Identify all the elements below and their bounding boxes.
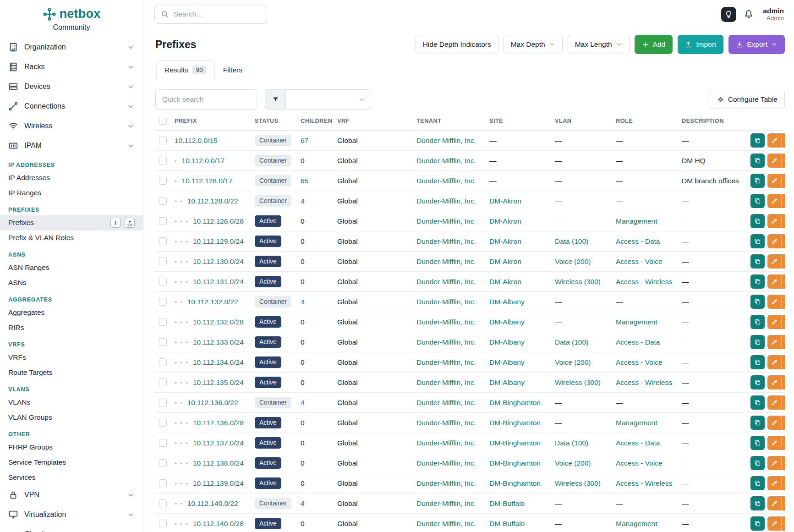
edit-dropdown-button[interactable] [782,436,785,450]
edit-button[interactable] [767,355,782,369]
sidebar-item-service-templates[interactable]: Service Templates [0,455,143,470]
tenant-link[interactable]: Dunder-Mifflin, Inc. [416,378,476,386]
row-checkbox[interactable] [159,157,167,165]
edit-button[interactable] [767,214,782,228]
site-link[interactable]: DM-Akron [489,278,521,285]
site-link[interactable]: DM-Binghamton [489,459,541,467]
tenant-link[interactable]: Dunder-Mifflin, Inc. [416,358,476,366]
prefix-link[interactable]: 10.112.134.0/24 [193,358,244,366]
clone-button[interactable] [750,496,765,510]
row-checkbox[interactable] [159,378,167,386]
edit-button[interactable] [767,154,782,168]
prefix-link[interactable]: 10.112.133.0/24 [193,338,244,346]
prefix-link[interactable]: 10.112.136.0/22 [187,399,238,406]
vlan-link[interactable]: Voice (200) [555,358,591,366]
edit-dropdown-button[interactable] [782,315,785,329]
sidebar-item-vrfs[interactable]: VRFs [0,350,143,365]
export-dropdown[interactable]: Export [728,35,785,54]
vlan-link[interactable]: Data (100) [555,338,588,346]
row-checkbox[interactable] [159,197,167,205]
select-all-checkbox[interactable] [159,117,167,125]
vlan-link[interactable]: Wireless (300) [555,278,601,285]
site-link[interactable]: DM-Albany [489,318,525,326]
tenant-link[interactable]: Dunder-Mifflin, Inc. [416,177,476,185]
vlan-link[interactable]: Data (100) [555,237,588,245]
clone-button[interactable] [750,274,765,289]
vlan-link[interactable]: Data (100) [555,439,588,447]
edit-button[interactable] [767,274,782,289]
children-link[interactable]: 65 [301,177,308,185]
edit-dropdown-button[interactable] [782,154,785,168]
children-link[interactable]: 4 [301,298,305,306]
prefix-link[interactable]: 10.112.131.0/24 [193,278,244,285]
tab-results[interactable]: Results 90 [156,60,215,79]
edit-button[interactable] [767,436,782,450]
clone-button[interactable] [750,234,765,248]
tenant-link[interactable]: Dunder-Mifflin, Inc. [416,338,476,346]
children-link[interactable]: 4 [301,197,305,205]
children-link[interactable]: 4 [301,399,305,406]
sidebar-item-devices[interactable]: Devices [0,77,143,97]
site-link[interactable]: DM-Binghamton [489,439,541,447]
column-header-tenant[interactable]: TENANT [416,117,489,131]
vlan-link[interactable]: Voice (200) [555,258,591,265]
sidebar-item-racks[interactable]: Racks [0,57,143,77]
tenant-link[interactable]: Dunder-Mifflin, Inc. [416,419,476,427]
sidebar-item-services[interactable]: Services [0,470,143,485]
prefix-link[interactable]: 10.112.128.0/28 [193,217,244,225]
row-checkbox[interactable] [159,318,167,326]
role-link[interactable]: Management [616,217,657,225]
edit-dropdown-button[interactable] [782,416,785,430]
tenant-link[interactable]: Dunder-Mifflin, Inc. [416,459,476,467]
clone-button[interactable] [750,355,765,369]
brand-logo[interactable]: netbox [43,7,101,21]
quick-search-input[interactable] [155,89,257,110]
max-length-dropdown[interactable]: Max Length [568,35,630,54]
row-checkbox[interactable] [159,479,167,487]
tenant-link[interactable]: Dunder-Mifflin, Inc. [416,278,476,285]
sidebar-item-vpn[interactable]: VPN [0,485,143,505]
tenant-link[interactable]: Dunder-Mifflin, Inc. [416,137,476,144]
edit-dropdown-button[interactable] [782,174,785,188]
edit-dropdown-button[interactable] [782,476,785,490]
prefix-link[interactable]: 10.112.129.0/24 [193,237,244,245]
column-header-vlan[interactable]: VLAN [555,117,616,131]
site-link[interactable]: DM-Binghamton [489,479,541,487]
sidebar-item-prefixes[interactable]: Prefixes [0,215,143,230]
row-checkbox[interactable] [159,520,167,527]
add-button[interactable]: Add [635,35,673,54]
edit-button[interactable] [767,234,782,248]
sidebar-item-vlans[interactable]: VLANs [0,395,143,410]
clone-button[interactable] [750,315,765,329]
edit-button[interactable] [767,133,782,148]
configure-table-button[interactable]: Configure Table [710,90,785,109]
sidebar-item-route-targets[interactable]: Route Targets [0,365,143,380]
sidebar-item-asn-ranges[interactable]: ASN Ranges [0,260,143,275]
sidebar-item-prefix-vlan-roles[interactable]: Prefix & VLAN Roles [0,230,143,246]
row-checkbox[interactable] [159,298,167,306]
site-link[interactable]: DM-Albany [489,358,525,366]
clone-button[interactable] [750,154,765,168]
edit-button[interactable] [767,496,782,510]
tenant-link[interactable]: Dunder-Mifflin, Inc. [416,520,476,527]
edit-button[interactable] [767,295,782,309]
edit-button[interactable] [767,335,782,349]
edit-dropdown-button[interactable] [782,274,785,289]
site-link[interactable]: DM-Buffalo [489,520,525,527]
tenant-link[interactable]: Dunder-Mifflin, Inc. [416,258,476,265]
edit-button[interactable] [767,254,782,269]
role-link[interactable]: Access - Voice [616,358,663,366]
clone-button[interactable] [750,375,765,389]
row-checkbox[interactable] [159,258,167,265]
quick-add-button[interactable] [110,218,120,228]
clone-button[interactable] [750,476,765,490]
edit-dropdown-button[interactable] [782,295,785,309]
tenant-link[interactable]: Dunder-Mifflin, Inc. [416,479,476,487]
import-button[interactable]: Import [678,35,723,54]
site-link[interactable]: DM-Albany [489,298,525,306]
clone-button[interactable] [750,133,765,148]
sidebar-item-fhrp-groups[interactable]: FHRP Groups [0,440,143,455]
prefix-link[interactable]: 10.112.135.0/24 [193,378,244,386]
clone-button[interactable] [750,436,765,450]
prefix-link[interactable]: 10.112.0.0/15 [175,137,218,144]
